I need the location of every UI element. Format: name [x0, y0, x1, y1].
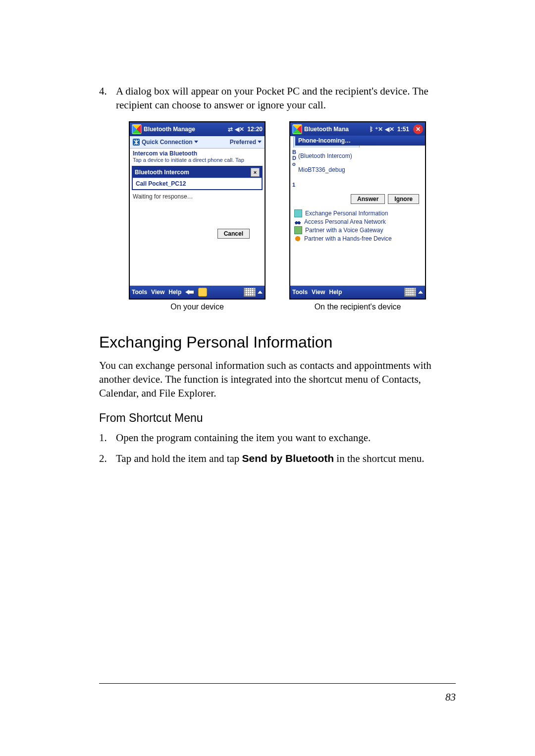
input-chooser-icon[interactable] [418, 291, 423, 294]
service-label: Exchange Personal Information [305, 210, 388, 217]
vcard-icon [294, 209, 302, 217]
close-icon[interactable]: × [251, 168, 260, 177]
screenshots-row: Bluetooth Manage ⇄ ◀✕ 12:20 Quick Connec… [99, 121, 456, 311]
start-icon[interactable] [132, 124, 142, 134]
clock: 1:51 [397, 126, 409, 133]
clock: 12:20 [247, 126, 263, 133]
service-label: Access Personal Area Network [304, 218, 386, 225]
step-text: Open the program containing the item you… [116, 431, 456, 445]
service-label: Partner with a Hands-free Device [304, 235, 392, 242]
close-icon[interactable]: ✕ [413, 124, 423, 134]
sub-toolbar: Quick Connection Preferred [130, 136, 265, 149]
waiting-status: Waiting for response… [130, 191, 265, 200]
back-icon[interactable] [185, 289, 194, 296]
step-1: 1. Open the program containing the item … [99, 431, 456, 445]
view-menu[interactable]: View [151, 289, 164, 296]
input-chooser-icon[interactable] [258, 291, 263, 294]
titlebar: Bluetooth Manage ⇄ ◀✕ 12:20 [130, 122, 265, 136]
app-title: Bluetooth Manage [144, 126, 226, 133]
list-item[interactable]: Access Personal Area Network [294, 218, 421, 226]
connectivity-icon[interactable]: ⁺✕ [375, 126, 383, 133]
app-title: Bluetooth Mana [304, 126, 368, 133]
list-item[interactable]: Partner with a Voice Gateway [294, 226, 421, 235]
list-item[interactable]: Exchange Personal Information [294, 209, 421, 218]
view-menu[interactable]: View [312, 289, 325, 296]
left-caption: On your device [170, 302, 224, 311]
right-device: Bluetooth Mana ᛒ ⁺✕ ◀✕ 1:51 ✕ Bluetooth … [289, 121, 426, 300]
list-item[interactable]: Partner with a Hands-free Device [294, 235, 421, 243]
dialog-title: Bluetooth Intercom [135, 169, 189, 176]
incoming-body: (Bluetooth Intercom) MioBT336_debug [294, 146, 425, 176]
keyboard-icon[interactable] [244, 288, 256, 297]
incoming-device-name: MioBT336_debug [298, 166, 421, 173]
incoming-title: Phone-Incoming… [298, 137, 351, 144]
page-number: 83 [445, 691, 456, 704]
step2-bold: Send by Bluetooth [242, 453, 334, 464]
dialog-titlebar: Bluetooth Intercom × [133, 167, 262, 178]
bluetooth-icon [133, 139, 140, 146]
network-icon [294, 218, 301, 225]
right-caption: On the recipient's device [315, 302, 401, 311]
tools-menu[interactable]: Tools [132, 289, 147, 296]
bluetooth-status-icon[interactable]: ᛒ [370, 126, 373, 133]
obscured-background-text: B D o 1 [292, 149, 296, 188]
quick-connection-menu[interactable]: Quick Connection [142, 139, 193, 146]
left-device-wrap: Bluetooth Manage ⇄ ◀✕ 12:20 Quick Connec… [129, 121, 266, 311]
left-device: Bluetooth Manage ⇄ ◀✕ 12:20 Quick Connec… [129, 121, 266, 300]
ignore-button[interactable]: Ignore [388, 194, 419, 204]
tools-menu[interactable]: Tools [292, 289, 308, 296]
chevron-down-icon[interactable] [194, 141, 198, 143]
bottom-toolbar: Tools View Help [290, 286, 425, 299]
titlebar: Bluetooth Mana ᛒ ⁺✕ ◀✕ 1:51 ✕ [290, 122, 425, 136]
volume-icon[interactable]: ◀✕ [385, 126, 394, 133]
incoming-service: (Bluetooth Intercom) [298, 152, 421, 159]
step-2: 2. Tap and hold the item and tap Send by… [99, 452, 456, 465]
step2-post: in the shortcut menu. [334, 453, 425, 464]
services-list: Exchange Personal Information Access Per… [290, 207, 425, 247]
bottom-toolbar: Tools View Help [130, 286, 265, 299]
connectivity-icon[interactable]: ⇄ [228, 126, 233, 133]
step2-pre: Tap and hold the item and tap [116, 453, 242, 464]
incoming-titlebar: Phone-Incoming… [295, 136, 425, 146]
right-device-wrap: Bluetooth Mana ᛒ ⁺✕ ◀✕ 1:51 ✕ Bluetooth … [289, 121, 426, 311]
footer-rule [99, 683, 456, 684]
step-text: A dialog box will appear on your Pocket … [116, 84, 456, 112]
step-number: 4. [99, 84, 116, 112]
help-menu[interactable]: Help [329, 289, 342, 296]
bluetooth-chip-icon[interactable] [198, 288, 207, 297]
step-text: Tap and hold the item and tap Send by Bl… [116, 452, 456, 465]
step-number: 1. [99, 431, 116, 445]
subsection-heading: From Shortcut Menu [99, 411, 456, 425]
section-subtitle: Tap a device to initiate a direct phone … [130, 157, 265, 165]
service-label: Partner with a Voice Gateway [305, 227, 383, 234]
section-paragraph: You can exchange personal information su… [99, 358, 456, 401]
voice-gateway-icon [294, 226, 302, 234]
cancel-button[interactable]: Cancel [217, 229, 250, 239]
preferred-menu[interactable]: Preferred [230, 139, 256, 146]
help-menu[interactable]: Help [168, 289, 181, 296]
volume-icon[interactable]: ◀✕ [235, 126, 244, 133]
section-heading: Exchanging Personal Information [99, 333, 456, 352]
section-title: Intercom via Bluetooth [130, 149, 265, 157]
start-icon[interactable] [292, 124, 302, 134]
answer-button[interactable]: Answer [351, 194, 385, 204]
step-4: 4. A dialog box will appear on your Pock… [99, 84, 456, 112]
keyboard-icon[interactable] [404, 288, 416, 297]
handsfree-icon [294, 235, 301, 242]
bluetooth-intercom-dialog: Bluetooth Intercom × Call Pocket_PC12 [132, 166, 263, 190]
chevron-down-icon[interactable] [258, 141, 262, 143]
step-number: 2. [99, 452, 116, 465]
call-target-row: Call Pocket_PC12 [133, 178, 262, 189]
